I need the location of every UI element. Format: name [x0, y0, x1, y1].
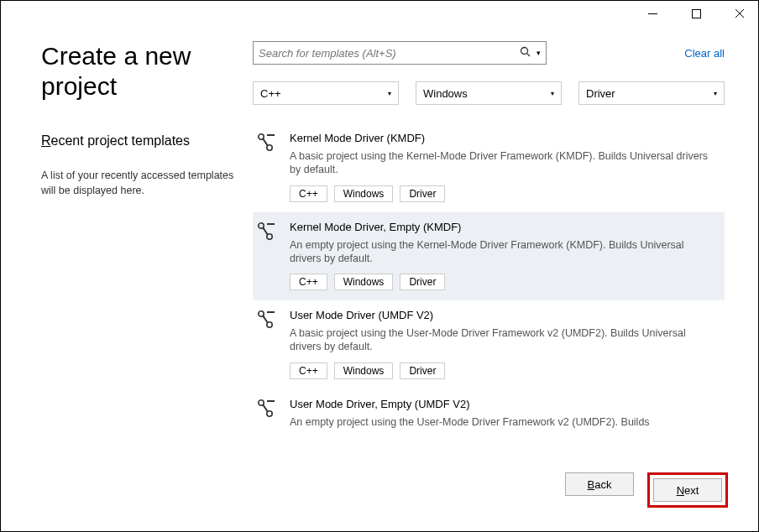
template-item[interactable]: User Mode Driver (UMDF V2)A basic projec…: [253, 300, 725, 389]
template-name: User Mode Driver (UMDF V2): [290, 309, 715, 321]
template-tags: C++WindowsDriver: [290, 274, 715, 290]
close-button[interactable]: [728, 4, 751, 23]
filter-language[interactable]: C++ ▾: [253, 81, 399, 105]
driver-icon: [258, 221, 281, 291]
dialog-footer: Back Next: [565, 464, 728, 508]
svg-point-4: [521, 47, 528, 54]
template-desc: A basic project using the User-Mode Driv…: [290, 326, 715, 354]
search-input-wrapper[interactable]: ▾: [253, 41, 547, 65]
template-list: Kernel Mode Driver (KMDF)A basic project…: [253, 123, 725, 452]
template-item[interactable]: User Mode Driver, Empty (UMDF V2)An empt…: [253, 389, 725, 447]
template-tag: Driver: [400, 274, 445, 290]
svg-line-5: [527, 53, 531, 56]
template-name: User Mode Driver, Empty (UMDF V2): [290, 398, 715, 410]
window-titlebar: [1, 1, 758, 26]
page-title: Create a new project: [41, 41, 236, 102]
template-tags: C++WindowsDriver: [290, 362, 715, 379]
chevron-down-icon: ▾: [388, 90, 391, 97]
search-icon[interactable]: [520, 46, 531, 60]
template-tag: C++: [290, 185, 327, 202]
filter-project-type[interactable]: Driver ▾: [578, 81, 725, 105]
back-button[interactable]: Back: [565, 472, 634, 496]
template-tag: Windows: [334, 185, 394, 202]
filter-project-type-value: Driver: [586, 87, 615, 100]
template-item[interactable]: Kernel Mode Driver, Empty (KMDF)An empty…: [253, 212, 725, 301]
template-tag: C++: [290, 362, 327, 379]
chevron-down-icon: ▾: [551, 90, 554, 97]
next-button[interactable]: Next: [653, 478, 722, 502]
recent-templates-desc: A list of your recently accessed templat…: [41, 169, 236, 198]
driver-icon: [258, 309, 281, 379]
filter-platform-value: Windows: [423, 87, 468, 100]
search-input[interactable]: [259, 47, 520, 60]
template-tags: C++WindowsDriver: [290, 185, 715, 202]
filter-platform[interactable]: Windows ▾: [416, 81, 562, 105]
driver-icon: [258, 132, 281, 202]
recent-templates-heading: Recent project templates: [41, 133, 236, 149]
template-tag: Windows: [334, 362, 394, 379]
chevron-down-icon: ▾: [714, 90, 717, 97]
template-name: Kernel Mode Driver (KMDF): [290, 132, 715, 144]
minimize-button[interactable]: [641, 4, 664, 23]
driver-icon: [258, 398, 281, 437]
template-tag: Driver: [400, 185, 445, 202]
template-item[interactable]: Kernel Mode Driver (KMDF)A basic project…: [253, 123, 725, 212]
template-desc: An empty project using the Kernel-Mode D…: [290, 238, 715, 266]
template-desc: An empty project using the User-Mode Dri…: [290, 415, 715, 429]
template-tag: C++: [290, 274, 327, 290]
template-name: Kernel Mode Driver, Empty (KMDF): [290, 221, 715, 233]
clear-all-link[interactable]: Clear all: [684, 47, 725, 60]
template-desc: A basic project using the Kernel-Mode Dr…: [290, 149, 715, 177]
maximize-button[interactable]: [684, 4, 708, 23]
template-tag: Driver: [400, 362, 445, 379]
template-tag: Windows: [334, 274, 394, 290]
filter-language-value: C++: [260, 87, 281, 100]
next-button-highlight: Next: [647, 472, 728, 508]
search-dropdown-icon[interactable]: ▾: [537, 49, 541, 57]
svg-rect-1: [692, 9, 700, 18]
